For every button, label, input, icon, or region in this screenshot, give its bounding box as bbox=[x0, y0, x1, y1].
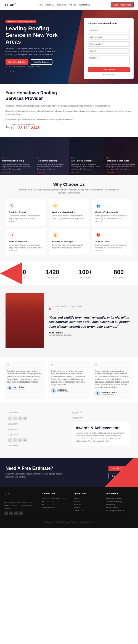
privacy-note: ★ Privacy Fields bbox=[88, 73, 130, 75]
nav-about[interactable]: About Us bbox=[46, 4, 55, 6]
nav-home[interactable]: Home bbox=[37, 4, 43, 6]
hero-title: Leading Roofing Service in New York Area… bbox=[6, 25, 66, 45]
estimate-email-input[interactable] bbox=[88, 35, 130, 40]
service-2-link[interactable]: Learn More bbox=[37, 171, 67, 173]
footer-tw-icon[interactable]: t bbox=[9, 512, 13, 515]
nav-cta-button[interactable]: Get a Free Estimate bbox=[111, 2, 134, 7]
footer-contact-3: info@email.com bbox=[42, 506, 70, 509]
social-gp-2[interactable]: g+ bbox=[23, 438, 27, 442]
social-fb-2[interactable]: f bbox=[8, 438, 12, 442]
workmanship-icon: ⭐ bbox=[52, 203, 58, 209]
footer-contact-1: +1 123 456 789 bbox=[42, 500, 70, 503]
footer-gp-icon[interactable]: g+ bbox=[19, 512, 23, 515]
review-1-text: Est elit et, amet eget morbi enim, poten… bbox=[51, 370, 87, 386]
social-tw-2[interactable]: t bbox=[13, 438, 17, 442]
estimate-subject-input[interactable] bbox=[88, 48, 130, 54]
special-icon: 🎁 bbox=[95, 232, 101, 238]
review-0: " Penatibus arcu congue aliquet lectus i… bbox=[4, 361, 46, 399]
footer-link-1[interactable]: About Us bbox=[74, 500, 102, 503]
footer-link-3[interactable]: Projects bbox=[74, 506, 102, 509]
instagram-icon[interactable]: in bbox=[10, 71, 11, 73]
service-commercial-overlay: 01. Commercial Roofing Lorem ipsum dolor… bbox=[0, 137, 34, 175]
linkedin-icon[interactable]: li bbox=[13, 71, 14, 73]
review-0-text: Penatibus arcu congue aliquet lectus in … bbox=[7, 370, 43, 383]
footer-service-2[interactable]: Roof Repair bbox=[106, 503, 134, 506]
reviewer-0-name: John Allison bbox=[14, 386, 26, 388]
awards-box: Awards & Achievements Lorem ipsum lorem … bbox=[72, 422, 130, 446]
free-estimate-section: Need A Free Estimate? Rutrum ut adipisit… bbox=[0, 458, 138, 487]
reviewer-2-avatar: 👤 bbox=[95, 391, 100, 396]
facebook-icon[interactable]: f bbox=[6, 71, 6, 73]
feature-0-title: Qualified Expert bbox=[9, 211, 43, 213]
service-1-link[interactable]: Learn More bbox=[2, 171, 32, 173]
footer-fb-icon[interactable]: f bbox=[4, 512, 8, 515]
service-residential-overlay: 02. Residential Roofing You may need mor… bbox=[34, 137, 69, 175]
review-2-quote-icon: " bbox=[95, 364, 131, 369]
emergency-phone-row: 📞 24/7 Emergency Roofing Service +1 123 … bbox=[6, 124, 132, 130]
hometown-para1: Vestibulum efffimes ulllm divisetur auct… bbox=[6, 104, 132, 107]
reviewer-0-role: Allison Industries bbox=[14, 388, 26, 390]
hometown-para3: Rutrum in volutpat sadisicing auctor ult… bbox=[6, 118, 132, 121]
service-commercial: 01. Commercial Roofing Lorem ipsum dolor… bbox=[0, 137, 34, 175]
feature-affordable: 💰 Affordable Package Lorem ipsum dolor s… bbox=[49, 229, 89, 255]
review-1-reviewer: 👤 Alicia Frito Frito's Plumper bbox=[51, 388, 87, 393]
service-4-title: Financing & Insurance bbox=[106, 160, 136, 162]
social-in-2[interactable]: in bbox=[18, 438, 22, 442]
estimate-send-button[interactable]: Send Request bbox=[88, 67, 130, 72]
estimate-fullname-input[interactable] bbox=[88, 28, 130, 33]
navigation: ATTAB™ Home About Us Services Projects C… bbox=[0, 0, 138, 10]
testimonial-content: Here's What Our Clients Say About Us " "… bbox=[49, 305, 132, 336]
logo-4: logolpsum bbox=[8, 444, 66, 447]
hero-section: Your Best Local Roofing Service Leading … bbox=[0, 10, 138, 84]
nav-projects[interactable]: Projects bbox=[68, 4, 76, 6]
footer-in-icon[interactable]: in bbox=[14, 512, 18, 515]
stat-3-num: 800 bbox=[102, 269, 135, 276]
footer-service-3[interactable]: Roof Installation bbox=[106, 506, 134, 509]
logo-2: logolpsum bbox=[8, 428, 66, 430]
social-in[interactable]: in bbox=[18, 417, 22, 420]
estimate-message-input[interactable] bbox=[88, 55, 130, 65]
estimate-form-title: Request a Free Estimate bbox=[88, 22, 130, 25]
stat-3: 800 Lorem Ipsum bbox=[102, 269, 135, 278]
hero-estimate-button[interactable]: Get a Free Estimate bbox=[6, 59, 28, 65]
social-gp[interactable]: g+ bbox=[23, 417, 27, 420]
review-1-quote-icon: " bbox=[51, 364, 87, 369]
footer-service-4[interactable]: Financing & Insurance bbox=[106, 509, 134, 512]
footer-link-4[interactable]: Contact Us bbox=[74, 509, 102, 512]
feature-3-title: Flexible Schedule bbox=[9, 240, 43, 243]
service-financing: 04. Financing & Insurance Sed ut, posuer… bbox=[104, 137, 138, 175]
service-4-num: 04. bbox=[106, 157, 136, 159]
footer-about-text: Lorem ipsum sodales eros scelerisque aug… bbox=[4, 501, 38, 510]
nav-services[interactable]: Services bbox=[57, 4, 66, 6]
review-0-reviewer: 👤 John Allison Allison Industries bbox=[7, 385, 43, 390]
nav-logo: ATTAB™ bbox=[4, 3, 16, 7]
nav-contact[interactable]: Contact Us bbox=[79, 4, 90, 6]
quote-mark-icon: " bbox=[49, 309, 132, 313]
service-3-title: After Storm Damage bbox=[71, 160, 101, 162]
footer-link-0[interactable]: Home bbox=[74, 497, 102, 500]
phone-number[interactable]: +1 123 111 2345 bbox=[10, 126, 40, 130]
reviewer-1-role: Frito's Plumper bbox=[57, 391, 68, 393]
testimonial-role: Manager at Farisy Consultant bbox=[49, 334, 132, 336]
reviewer-2-name: Edward D. Sears bbox=[102, 391, 117, 393]
service-3-link[interactable]: Learn More bbox=[71, 171, 101, 173]
footer-links-col: Quick Links Home About Us Services Proje… bbox=[74, 492, 102, 515]
social-fb[interactable]: f bbox=[8, 417, 12, 420]
estimate-phone-input[interactable] bbox=[88, 41, 130, 47]
feature-flexible: 🗓 Flexible Schedule Lorem ipsum dolor si… bbox=[6, 229, 46, 255]
stats-section: 1280 Lorem Ipsum 1420 Lorem Ipsum 100+ L… bbox=[0, 262, 138, 285]
footer-contact-col: Contact Info 123 5th St., New York, NY 1… bbox=[42, 492, 70, 515]
phone-icon: 📞 bbox=[6, 125, 9, 128]
hero-services-button[interactable]: View Our Services bbox=[31, 59, 52, 65]
footer-link-2[interactable]: Services bbox=[74, 503, 102, 506]
feature-3-desc: Lorem ipsum dolor sit amet consectetur a… bbox=[9, 244, 43, 252]
twitter-icon[interactable]: t bbox=[8, 71, 8, 73]
testimonial-intro: Here's What Our Clients Say About Us bbox=[49, 305, 132, 307]
service-2-desc: You may need more than one visit to dete… bbox=[37, 163, 67, 170]
service-4-link[interactable]: Learn More bbox=[106, 171, 136, 173]
service-storm-overlay: 03. After Storm Damage After diam, all s… bbox=[69, 137, 104, 175]
footer-service-1[interactable]: Commercial Roofing bbox=[106, 500, 134, 503]
testimonial-person-image bbox=[6, 293, 44, 348]
social-tw[interactable]: t bbox=[13, 417, 17, 420]
footer-service-0[interactable]: Residential Roofing bbox=[106, 497, 134, 500]
